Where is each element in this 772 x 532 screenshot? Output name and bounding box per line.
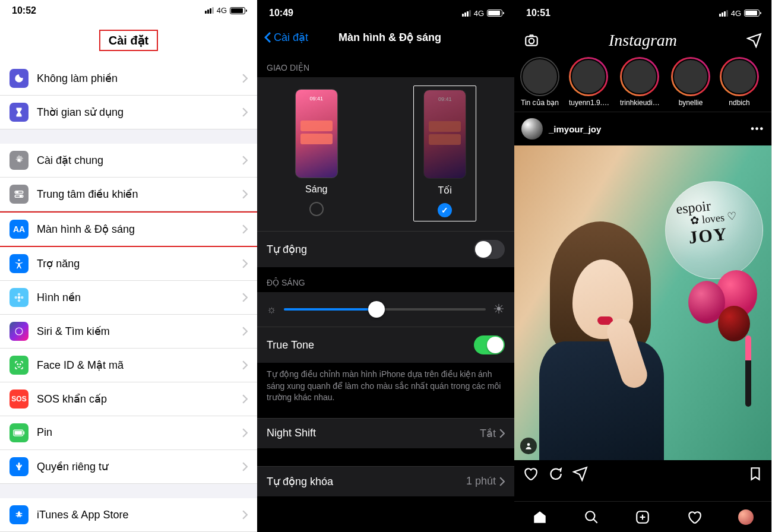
battery-icon bbox=[487, 10, 502, 17]
messages-button[interactable] bbox=[746, 33, 762, 48]
row-label: Trợ năng bbox=[37, 257, 242, 270]
instagram-logo: Instagram bbox=[609, 31, 677, 50]
row-face-id[interactable]: Face ID & Mật mã bbox=[0, 349, 257, 382]
display-settings-screen: 10:49 4G Cài đặt Màn hình & Độ sáng GIAO… bbox=[257, 0, 514, 532]
section-header-appearance: GIAO DIỆN bbox=[257, 52, 514, 77]
row-siri[interactable]: Siri & Tìm kiếm bbox=[0, 315, 257, 349]
row-night-shift[interactable]: Night Shift Tắt bbox=[257, 418, 514, 448]
row-general[interactable]: Cài đặt chung bbox=[0, 144, 257, 178]
row-privacy[interactable]: Quyền riêng tư bbox=[0, 450, 257, 484]
chevron-right-icon bbox=[242, 360, 248, 370]
dark-thumbnail: 09:41 bbox=[423, 90, 466, 179]
status-indicators: 4G bbox=[205, 6, 245, 15]
face-id-icon bbox=[10, 356, 29, 375]
row-auto-appearance[interactable]: Tự động bbox=[257, 231, 514, 267]
row-accessibility[interactable]: Trợ năng bbox=[0, 247, 257, 281]
accessibility-icon bbox=[10, 254, 29, 273]
chevron-right-icon bbox=[242, 107, 248, 117]
moon-icon bbox=[10, 69, 29, 88]
story-item[interactable]: bynellie bbox=[671, 57, 710, 107]
stories-tray[interactable]: Tin của bạn tuyenn1.9.7.6 trinhkieudie..… bbox=[514, 53, 771, 112]
hand-icon bbox=[10, 457, 29, 476]
send-icon[interactable] bbox=[572, 466, 588, 482]
row-sos[interactable]: SOS SOS khẩn cấp bbox=[0, 382, 257, 416]
story-item[interactable]: trinhkieudie... bbox=[620, 57, 662, 107]
nav-bar: Cài đặt Màn hình & Độ sáng bbox=[257, 26, 514, 52]
status-time: 10:51 bbox=[526, 8, 550, 18]
chevron-right-icon bbox=[242, 74, 248, 83]
appearance-light[interactable]: 09:41 Sáng bbox=[295, 89, 338, 221]
tab-create[interactable] bbox=[635, 509, 650, 525]
svg-rect-15 bbox=[24, 431, 25, 434]
home-icon bbox=[532, 509, 548, 525]
chevron-right-icon bbox=[242, 510, 248, 520]
group-separator bbox=[0, 129, 257, 144]
comment-icon[interactable] bbox=[548, 466, 563, 482]
row-label: Quyền riêng tư bbox=[37, 460, 242, 473]
row-wallpaper[interactable]: Hình nền bbox=[0, 281, 257, 315]
true-tone-description: Tự động điều chỉnh màn hình iPhone dựa t… bbox=[257, 363, 514, 410]
row-control-center[interactable]: Trung tâm điều khiển bbox=[0, 178, 257, 211]
post-username[interactable]: _imyour_joy bbox=[549, 124, 745, 134]
row-true-tone[interactable]: True Tone bbox=[257, 327, 514, 363]
tab-profile[interactable] bbox=[738, 509, 754, 525]
bookmark-icon[interactable] bbox=[748, 466, 763, 482]
row-label: Không làm phiền bbox=[37, 72, 242, 85]
instagram-header: Instagram bbox=[514, 26, 771, 53]
row-auto-lock[interactable]: Tự động khóa 1 phút bbox=[257, 466, 514, 496]
row-label: Thời gian sử dụng bbox=[37, 106, 242, 119]
chevron-left-icon bbox=[264, 31, 271, 43]
svg-point-20 bbox=[586, 511, 594, 520]
svg-point-7 bbox=[18, 293, 21, 296]
network-label: 4G bbox=[731, 9, 741, 18]
send-icon bbox=[746, 33, 762, 48]
toggle-on[interactable] bbox=[474, 335, 505, 354]
row-label: Pin bbox=[37, 426, 242, 439]
row-itunes-appstore[interactable]: iTunes & App Store bbox=[0, 498, 257, 532]
battery-icon bbox=[744, 10, 760, 17]
light-thumbnail: 09:41 bbox=[295, 89, 338, 178]
post-more-button[interactable]: ••• bbox=[751, 124, 764, 134]
settings-group-1: Không làm phiền Thời gian sử dụng bbox=[0, 62, 257, 129]
toggle-off[interactable] bbox=[474, 240, 505, 259]
radio-unchecked[interactable] bbox=[309, 202, 324, 216]
story-item[interactable]: ndbich bbox=[720, 57, 759, 107]
feed[interactable]: _imyour_joy ••• espoir ✿ loves ♡ JOY bbox=[514, 112, 771, 532]
tab-activity[interactable] bbox=[686, 509, 702, 525]
row-screen-time[interactable]: Thời gian sử dụng bbox=[0, 96, 257, 129]
signal-bars-icon bbox=[719, 10, 728, 17]
story-item[interactable]: tuyenn1.9.7.6 bbox=[569, 57, 610, 107]
tab-home[interactable] bbox=[532, 509, 548, 525]
row-do-not-disturb[interactable]: Không làm phiền bbox=[0, 62, 257, 96]
camera-button[interactable] bbox=[524, 33, 539, 48]
svg-point-18 bbox=[529, 39, 534, 44]
sun-bright-icon: ☀ bbox=[493, 302, 505, 317]
svg-point-5 bbox=[18, 259, 20, 261]
appearance-dark[interactable]: 09:41 Tối bbox=[413, 86, 476, 221]
page-title: Cài đặt bbox=[0, 21, 257, 62]
tab-search[interactable] bbox=[584, 509, 599, 525]
tagged-people-button[interactable] bbox=[520, 438, 537, 454]
svg-point-8 bbox=[18, 299, 21, 302]
signal-bars-icon bbox=[462, 10, 471, 17]
row-display-brightness[interactable]: AA Màn hình & Độ sáng bbox=[0, 211, 257, 247]
story-self[interactable]: Tin của bạn bbox=[520, 57, 559, 107]
chevron-right-icon bbox=[242, 327, 248, 336]
svg-point-19 bbox=[527, 443, 530, 446]
row-label: Trung tâm điều khiển bbox=[37, 188, 242, 201]
post-image[interactable]: espoir ✿ loves ♡ JOY bbox=[514, 145, 771, 460]
post-avatar[interactable] bbox=[521, 118, 543, 140]
heart-icon[interactable] bbox=[523, 466, 538, 482]
radio-checked[interactable] bbox=[438, 203, 452, 217]
search-icon bbox=[584, 509, 599, 525]
row-label: Tự động bbox=[267, 243, 474, 256]
brightness-slider[interactable] bbox=[284, 308, 486, 311]
sos-icon: SOS bbox=[10, 390, 29, 408]
person-icon bbox=[524, 442, 533, 450]
row-battery[interactable]: Pin bbox=[0, 416, 257, 450]
chevron-right-icon bbox=[242, 293, 248, 302]
section-header-brightness: ĐỘ SÁNG bbox=[257, 267, 514, 292]
network-label: 4G bbox=[217, 6, 227, 15]
row-label: Cài đặt chung bbox=[37, 154, 242, 167]
svg-point-11 bbox=[15, 328, 23, 335]
